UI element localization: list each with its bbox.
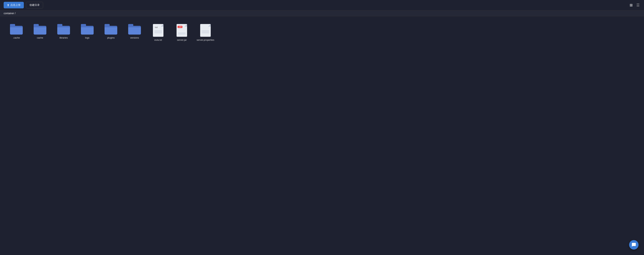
txt-file-icon: TXT: [153, 24, 164, 37]
file-label: cache: [37, 36, 43, 39]
file-item[interactable]: .cache: [6, 22, 27, 44]
file-label: server.properties: [197, 38, 214, 41]
file-label: versions: [130, 36, 139, 39]
folder-icon: [34, 24, 46, 34]
chat-button[interactable]: [629, 240, 638, 250]
mkdir-button[interactable]: 创建目录: [26, 2, 43, 8]
toolbar-right: ⊞ ☰: [629, 2, 640, 8]
file-label: logs: [85, 36, 90, 39]
grid-view-icon[interactable]: ⊞: [629, 2, 634, 8]
file-label: libraries: [60, 36, 68, 39]
folder-icon: [104, 24, 117, 34]
file-item[interactable]: TXT eula.txt: [147, 22, 169, 44]
file-item[interactable]: plugins: [100, 22, 122, 44]
breadcrumb-path: container /: [4, 12, 16, 15]
file-item[interactable]: cache: [29, 22, 51, 44]
file-grid: .cache cache libraries: [0, 16, 644, 49]
folder-icon: [81, 24, 94, 34]
file-item[interactable]: JAR server.jar: [171, 22, 193, 44]
doc-file-icon: [200, 24, 211, 37]
file-item[interactable]: logs: [76, 22, 98, 44]
folder-icon: [128, 24, 141, 34]
mkdir-label: 创建目录: [30, 4, 40, 6]
toolbar: ⬆ 点击上传 创建目录 ⊞ ☰: [0, 0, 644, 10]
upload-label: 点击上传: [10, 4, 20, 7]
upload-button[interactable]: ⬆ 点击上传: [4, 2, 24, 8]
chat-icon: [632, 242, 636, 247]
list-view-icon[interactable]: ☰: [636, 2, 640, 8]
file-item[interactable]: libraries: [53, 22, 74, 44]
file-item[interactable]: versions: [124, 22, 146, 44]
file-item[interactable]: server.properties: [194, 22, 216, 44]
folder-icon: [57, 24, 70, 34]
upload-icon: ⬆: [7, 4, 9, 7]
file-label: .cache: [13, 36, 20, 39]
jar-file-icon: JAR: [176, 24, 187, 37]
file-label: eula.txt: [154, 38, 162, 41]
file-label: server.jar: [177, 38, 186, 41]
toolbar-left: ⬆ 点击上传 创建目录: [4, 2, 43, 8]
file-label: plugins: [107, 36, 114, 39]
folder-icon: [10, 24, 23, 34]
breadcrumb: container /: [0, 10, 644, 16]
